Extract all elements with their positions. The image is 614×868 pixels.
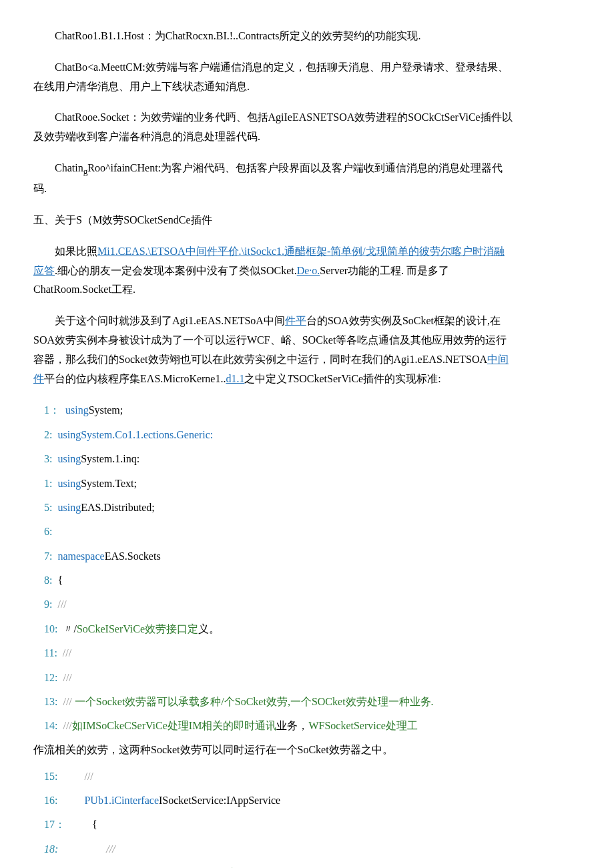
line-number: 10: — [33, 623, 57, 634]
code-token: EAS.Distributed; — [81, 502, 155, 513]
line-number: 17： — [33, 819, 65, 830]
line-number: 8: — [33, 574, 52, 586]
code-token: { — [57, 574, 63, 586]
line-number: 2: — [33, 429, 52, 440]
code-line: 2:usingSystem.Co1.1.ections.Generic: — [33, 425, 514, 445]
code-token: PUb1.iCinterface — [84, 795, 159, 806]
code-line: 11:/// — [33, 643, 514, 663]
code-line: 9:/// — [33, 594, 514, 614]
code-line: 12:/// — [33, 668, 514, 688]
code-line: 18: /// — [33, 839, 514, 859]
paragraph: ChatBo<a.MeettCM:效劳端与客户端通信消息的定义，包括聊天消息、用… — [33, 58, 514, 97]
code-token: /// — [63, 720, 71, 731]
code-token: 一个Socket效劳器可以承载多种/个SoCket效劳,一个SOCket效劳处理… — [72, 696, 434, 707]
line-number: 15: — [33, 771, 57, 782]
code-block: 15: /// 16: PUb1.iCinterfaceISocketServi… — [33, 767, 514, 868]
code-line: 13:/// 一个Socket效劳器可以承载多种/个SoCket效劳,一个SOC… — [33, 692, 514, 712]
code-token: using — [65, 404, 89, 416]
code-token: WFSocketService处理工 — [308, 720, 418, 731]
code-line: 16: PUb1.iCinterfaceISocketService:IAppS… — [33, 791, 514, 811]
code-token: using — [57, 478, 81, 489]
code-token: EAS.Sockets — [105, 550, 161, 562]
code-token: SoCkeISerViCe效劳接口定 — [77, 623, 198, 634]
code-line: 17： { — [33, 815, 514, 835]
paragraph: 五、关于S（M效劳SOCketSendCe插件 — [33, 211, 514, 230]
paragraph: ChatingRoo^ifainCHent:为客户湘代码、包括客户段界面以及客户… — [33, 159, 514, 199]
code-line: 15: /// — [33, 767, 514, 787]
code-block: 1：usingSystem; 2:usingSystem.Co1.1.ectio… — [33, 400, 514, 736]
code-token: 〃/ — [63, 623, 76, 634]
line-number: 16: — [33, 795, 57, 806]
code-token: ISocketService:IAppService — [159, 795, 280, 806]
line-number: 13: — [33, 696, 57, 707]
code-token: 业务， — [276, 720, 308, 731]
code-line: 6: — [33, 522, 514, 542]
code-token: namespace — [57, 550, 104, 562]
line-number: 3: — [33, 453, 52, 464]
paragraph: 关于这个问时就涉及到了Agi1.eEAS.NETSoA中间件平台的SOA效劳实例… — [33, 312, 514, 388]
code-line: 1:usingSystem.Text; — [33, 474, 514, 494]
code-token: System.Text; — [81, 478, 137, 489]
code-line: 7:namespaceEAS.Sockets — [33, 546, 514, 566]
line-number: 1： — [33, 404, 60, 416]
code-line: 14:///如IMSoCkeCSerViCe处理IM相关的即时通讯业务，WFSo… — [33, 716, 514, 736]
code-token: /// — [57, 598, 77, 610]
code-token: 如IMSoCkeCSerViCe处理IM相关的即时通讯 — [72, 720, 277, 731]
code-token: System; — [89, 404, 123, 416]
line-number: 1: — [33, 478, 52, 489]
code-line: 8:{ — [33, 570, 514, 590]
code-token: using — [57, 453, 81, 464]
line-number: 12: — [33, 672, 57, 683]
code-token: System.1.inq: — [81, 453, 139, 464]
line-number: 11: — [33, 647, 57, 659]
code-line: 3:usingSystem.1.inq: — [33, 449, 514, 469]
code-token: { — [92, 819, 97, 830]
code-token: /// — [63, 672, 82, 683]
code-line: 1：usingSystem; — [33, 400, 514, 420]
paragraph: 如果比照Mi1.CEAS.\ETSOA中间件平价.\itSockc1.通醋框架-… — [33, 242, 514, 300]
code-token: /// — [106, 843, 136, 855]
code-line: 5:usingEAS.Distributed; — [33, 498, 514, 518]
code-token: /// — [84, 771, 114, 782]
code-token: /// — [63, 696, 71, 707]
line-number: 9: — [33, 598, 52, 610]
code-token: usingSystem.Co1.1.ections.Generic: — [57, 429, 213, 440]
code-line: 19: /// 使用SerVerEngine 初始化SoCketSCrVice。 — [33, 863, 514, 868]
code-token: /// — [63, 647, 82, 659]
line-number: 14: — [33, 720, 57, 731]
code-token: 义。 — [198, 623, 220, 634]
code-wrap-text: 作流相关的效劳，这两种Socket效劳可以同时运行在一个SoCket效劳器之中。 — [33, 741, 514, 760]
paragraph: ChatRooe.Socket：为效劳端的业务代眄、包括AgiIeEASNETS… — [33, 108, 514, 147]
paragraph: ChatRoo1.B1.1.Host：为ChatRocxn.BI.!..Cont… — [33, 27, 514, 46]
line-number: 7: — [33, 550, 52, 562]
line-number: 5: — [33, 502, 52, 513]
line-number: 6: — [33, 526, 52, 537]
line-number: 18: — [33, 843, 58, 855]
code-line: 10:〃/SoCkeISerViCe效劳接口定义。 — [33, 619, 514, 639]
code-token: using — [57, 502, 81, 513]
